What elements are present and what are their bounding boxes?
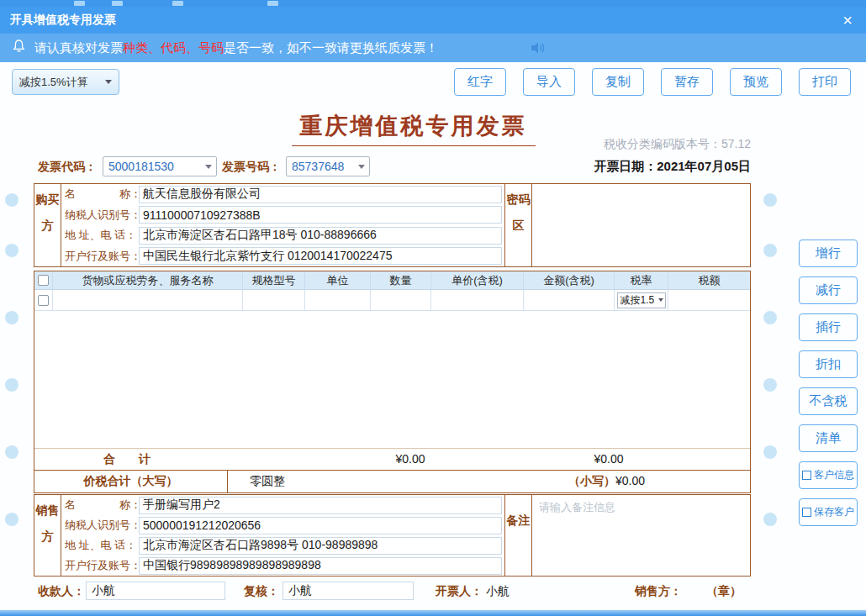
seller-taxid-label: 纳税人识别号：: [61, 518, 139, 533]
invoice-code-select[interactable]: 5000181530: [103, 156, 217, 176]
bell-icon: [12, 39, 26, 57]
invoice-app-window: 开具增值税专用发票 × 请认真核对发票种类、代码、号码是否一致，如不一致请更换纸…: [0, 0, 866, 616]
tax-rate-cell: 减按1.5: [615, 290, 668, 311]
buyer-taxid-label: 纳税人识别号：: [61, 208, 139, 223]
seller-bank-label: 开户行及账号：: [61, 558, 139, 573]
preview-button[interactable]: 预览: [730, 68, 782, 96]
add-row-button[interactable]: 增行: [799, 240, 858, 267]
remark-label: 备注: [505, 495, 532, 576]
buyer-side-label: 购买方: [34, 184, 61, 266]
quantity-cell[interactable]: [371, 290, 431, 311]
items-total-row: 合 计 ¥0.00 ¥0.00: [34, 448, 750, 470]
insert-row-button[interactable]: 插行: [799, 313, 858, 341]
tax-code-version: 税收分类编码版本号：57.12: [604, 137, 751, 152]
seller-bank-input[interactable]: 中国银行98989898989898989898: [139, 557, 502, 575]
seller-name-input[interactable]: 手册编写用户2: [139, 497, 502, 514]
amount-in-figures: （小写）¥0.00: [568, 471, 645, 492]
invoice-title: 重庆增值税专用发票: [292, 111, 536, 146]
col-tax: 税额: [668, 271, 750, 289]
window-bottom-edge: [0, 610, 866, 616]
decorative-dot: [5, 311, 18, 324]
footer-row: 收款人： 复核： 开票人： 小航 销售方： （章）: [34, 580, 751, 602]
close-icon[interactable]: ×: [839, 12, 856, 29]
seller-stamp-mark: （章）: [706, 580, 742, 602]
col-tax-rate: 税率: [615, 271, 668, 289]
customer-info-button[interactable]: 客户信息: [799, 461, 858, 489]
summary-values: 零圆整 （小写）¥0.00: [228, 471, 750, 492]
print-button[interactable]: 打印: [799, 68, 851, 96]
buyer-address-input[interactable]: 北京市海淀区杏石口路甲18号 010-88896666: [139, 227, 502, 245]
decorative-dot: [5, 244, 18, 257]
invoice-code-value: 5000181530: [108, 160, 174, 173]
col-goods-name: 货物或应税劳务、服务名称: [53, 271, 243, 289]
seller-address-row: 地 址、电 话： 北京市海淀区杏石口路9898号 010-98989898: [61, 535, 504, 555]
invoice-code-label: 发票代码：: [38, 155, 97, 177]
decorative-dot: [763, 378, 777, 392]
unit-price-cell[interactable]: [431, 290, 524, 311]
copy-button[interactable]: 复制: [592, 68, 644, 96]
window-title: 开具增值税专用发票: [10, 13, 116, 28]
taskbar-mini-icon: [267, 1, 278, 6]
items-empty-area: [34, 311, 750, 448]
items-table: 货物或应税劳务、服务名称 规格型号 单位 数量 单价(含税) 金额(含税) 税率…: [34, 271, 751, 471]
notice-text: 请认真核对发票种类、代码、号码是否一致，如不一致请更换纸质发票！: [34, 40, 438, 56]
goods-name-cell[interactable]: [53, 290, 243, 311]
decorative-dot: [763, 513, 777, 526]
unit-cell[interactable]: [305, 290, 371, 311]
amount-cell[interactable]: [524, 290, 615, 311]
decorative-dot: [5, 193, 18, 207]
tax-rate-select[interactable]: 减按1.5: [617, 292, 666, 308]
seller-taxid-input[interactable]: 500000191212020656: [139, 517, 502, 534]
tax-cell[interactable]: [668, 290, 750, 311]
buyer-section: 购买方 名 称： 航天信息股份有限公司 纳税人识别号： 911100007109…: [34, 183, 751, 267]
list-button[interactable]: 清单: [799, 424, 858, 452]
items-header-row: 货物或应税劳务、服务名称 规格型号 单位 数量 单价(含税) 金额(含税) 税率…: [34, 271, 750, 290]
total-amount: ¥0.00: [575, 449, 642, 470]
buyer-name-row: 名 称： 航天信息股份有限公司: [61, 184, 504, 205]
seller-address-label: 地 址、电 话：: [61, 538, 139, 553]
reviewer-label: 复核：: [244, 580, 279, 602]
spec-cell[interactable]: [243, 290, 305, 311]
buyer-fields: 名 称： 航天信息股份有限公司 纳税人识别号： 9111000071092738…: [61, 184, 505, 266]
drawer-value: 小航: [486, 580, 510, 602]
save-customer-button[interactable]: 保存客户: [799, 498, 858, 526]
seller-name-row: 名 称： 手册编写用户2: [61, 495, 504, 515]
seller-section: 销售方 名 称： 手册编写用户2 纳税人识别号： 500000191212020…: [34, 494, 751, 577]
reviewer-input[interactable]: [283, 582, 414, 600]
total-unit-price: ¥0.00: [377, 449, 444, 470]
item-row: 减按1.5: [34, 290, 750, 311]
seller-taxid-row: 纳税人识别号： 500000191212020656: [61, 515, 504, 535]
payee-input[interactable]: [86, 582, 225, 600]
remark-area: [532, 495, 750, 576]
payee-label: 收款人：: [38, 580, 85, 602]
buyer-bank-label: 开户行及账号：: [61, 249, 139, 264]
col-amount: 金额(含税): [524, 271, 615, 289]
temp-save-button[interactable]: 暂存: [661, 68, 713, 96]
remove-row-button[interactable]: 减行: [799, 276, 858, 304]
seller-bank-row: 开户行及账号： 中国银行98989898989898989898: [61, 555, 504, 576]
red-invoice-button[interactable]: 红字: [454, 68, 506, 96]
row-checkbox-cell: [34, 290, 53, 311]
decorative-dot: [5, 445, 18, 459]
import-button[interactable]: 导入: [523, 68, 575, 96]
seller-address-input[interactable]: 北京市海淀区杏石口路9898号 010-98989898: [139, 537, 502, 555]
speaker-icon[interactable]: [530, 41, 548, 58]
tax-exclusive-button[interactable]: 不含税: [799, 387, 858, 415]
discount-button[interactable]: 折扣: [799, 350, 858, 378]
password-area-label: 密码区: [505, 184, 532, 266]
select-all-checkbox[interactable]: [38, 275, 49, 286]
select-all-cell: [34, 271, 53, 289]
buyer-bank-input[interactable]: 中国民生银行北京紫竹支行 0120014170022475: [139, 247, 502, 265]
col-spec: 规格型号: [243, 271, 305, 289]
row-checkbox[interactable]: [38, 295, 49, 306]
buyer-name-input[interactable]: 航天信息股份有限公司: [139, 186, 502, 203]
calc-mode-select[interactable]: 减按1.5%计算: [12, 69, 119, 95]
notice-highlight: 种类、代码、号码: [123, 40, 224, 55]
drawer-label: 开票人：: [436, 580, 483, 602]
remark-input[interactable]: [532, 495, 750, 576]
tax-rate-value: 减按1.5: [620, 293, 655, 308]
invoice-number-select[interactable]: 85737648: [286, 156, 370, 176]
summary-label: 价税合计（大写）: [34, 471, 228, 492]
decorative-dot: [5, 378, 18, 392]
buyer-taxid-input[interactable]: 91110000710927388B: [139, 206, 502, 224]
